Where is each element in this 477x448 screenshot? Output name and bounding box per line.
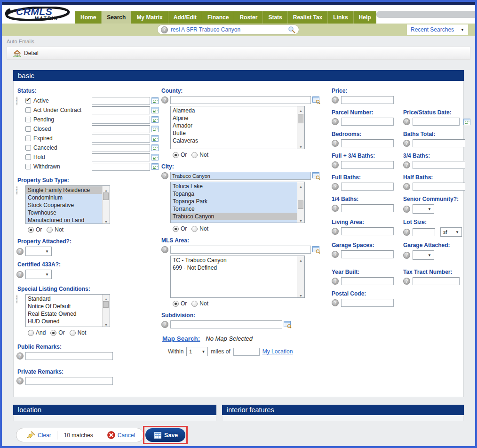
help-icon[interactable] bbox=[332, 299, 339, 306]
help-icon[interactable] bbox=[161, 96, 168, 104]
not-radio[interactable] bbox=[47, 227, 53, 233]
property-attached-select[interactable] bbox=[25, 247, 52, 256]
garage-spaces-input[interactable] bbox=[341, 250, 394, 258]
help-icon[interactable] bbox=[403, 278, 410, 285]
list-item[interactable]: Alameda bbox=[171, 107, 297, 114]
bedrooms-input[interactable] bbox=[341, 139, 394, 147]
crmls-matrix-logo[interactable]: CRMLS MATRIX bbox=[5, 5, 75, 24]
list-item[interactable]: Single Family Residence bbox=[26, 186, 102, 194]
act-under-contract-checkbox[interactable] bbox=[25, 107, 31, 113]
help-icon[interactable] bbox=[16, 186, 17, 195]
help-icon[interactable] bbox=[161, 321, 168, 328]
active-date-input[interactable] bbox=[92, 97, 150, 105]
help-icon[interactable] bbox=[332, 251, 339, 258]
withdrawn-date-input[interactable] bbox=[92, 163, 150, 171]
price-status-date-input[interactable] bbox=[413, 118, 460, 126]
list-item[interactable]: Torrance bbox=[171, 205, 297, 213]
help-icon[interactable] bbox=[332, 118, 339, 125]
not-radio[interactable] bbox=[70, 330, 76, 336]
help-icon[interactable] bbox=[332, 183, 339, 190]
help-icon[interactable] bbox=[403, 140, 410, 147]
baths-total-input[interactable] bbox=[413, 139, 465, 147]
matches-count[interactable]: 10 matches bbox=[57, 432, 100, 439]
help-icon[interactable] bbox=[16, 271, 24, 278]
certified-433a-select[interactable] bbox=[25, 270, 52, 279]
calendar-icon[interactable] bbox=[151, 107, 159, 113]
radius-address-input[interactable] bbox=[233, 348, 260, 356]
pending-date-input[interactable] bbox=[92, 116, 150, 124]
list-item[interactable]: Standard bbox=[26, 295, 102, 303]
garage-attached-select[interactable] bbox=[413, 250, 434, 260]
lot-size-input[interactable] bbox=[413, 228, 435, 236]
city-input[interactable] bbox=[170, 172, 311, 180]
calendar-icon[interactable] bbox=[463, 119, 470, 125]
speed-bar[interactable]: resi A SFR Trabuco Canyon bbox=[157, 24, 299, 35]
list-item[interactable]: TC - Trabuco Canyon bbox=[171, 256, 297, 264]
canceled-date-input[interactable] bbox=[92, 144, 150, 152]
scrollbar[interactable] bbox=[297, 106, 304, 149]
quarter-baths-input[interactable] bbox=[341, 204, 394, 212]
help-icon[interactable] bbox=[403, 252, 410, 259]
or-radio[interactable] bbox=[28, 227, 34, 233]
help-icon[interactable] bbox=[403, 183, 410, 190]
not-radio[interactable] bbox=[191, 226, 198, 232]
or-radio[interactable] bbox=[173, 301, 179, 307]
list-item[interactable]: Manufactured on Land bbox=[26, 216, 102, 224]
tab-home[interactable]: Home bbox=[75, 11, 101, 24]
hold-checkbox[interactable] bbox=[25, 154, 31, 160]
tab-links[interactable]: Links bbox=[327, 11, 353, 24]
help-icon[interactable] bbox=[16, 96, 17, 105]
year-built-input[interactable] bbox=[341, 277, 394, 285]
expired-date-input[interactable] bbox=[92, 135, 150, 143]
list-item[interactable]: Topanga Park bbox=[171, 198, 297, 205]
list-item[interactable]: Stock Cooperative bbox=[26, 201, 102, 209]
not-radio[interactable] bbox=[191, 301, 198, 307]
three-quarter-baths-input[interactable] bbox=[413, 161, 465, 169]
tab-roster[interactable]: Roster bbox=[234, 11, 262, 24]
list-item[interactable]: Calaveras bbox=[171, 137, 297, 144]
section-header-basic[interactable]: basic bbox=[13, 70, 464, 81]
or-radio[interactable] bbox=[173, 152, 179, 158]
scrollbar[interactable] bbox=[297, 182, 304, 223]
senior-community-select[interactable] bbox=[413, 204, 434, 214]
help-icon[interactable] bbox=[332, 96, 339, 104]
list-item[interactable]: Toluca Lake bbox=[171, 183, 297, 190]
closed-date-input[interactable] bbox=[92, 125, 150, 133]
price-input[interactable] bbox=[341, 96, 394, 104]
tax-tract-number-input[interactable] bbox=[413, 277, 460, 285]
calendar-icon[interactable] bbox=[151, 116, 159, 123]
list-item[interactable]: Alpine bbox=[171, 114, 297, 122]
list-item[interactable]: Townhouse bbox=[26, 209, 102, 216]
not-radio[interactable] bbox=[191, 152, 198, 158]
calendar-icon[interactable] bbox=[151, 154, 159, 160]
postal-code-input[interactable] bbox=[341, 299, 394, 307]
lookup-icon[interactable] bbox=[312, 246, 320, 254]
closed-checkbox[interactable] bbox=[25, 126, 31, 132]
scrollbar[interactable] bbox=[102, 186, 110, 224]
section-header-interior-features[interactable]: interior features bbox=[222, 405, 464, 415]
help-icon[interactable] bbox=[16, 295, 17, 304]
active-checkbox[interactable] bbox=[25, 98, 31, 104]
scrollbar[interactable] bbox=[102, 295, 110, 327]
canceled-checkbox[interactable] bbox=[25, 145, 31, 151]
help-icon[interactable] bbox=[161, 172, 168, 179]
list-item[interactable]: 699 - Not Defined bbox=[171, 264, 297, 272]
list-item[interactable]: Trabuco Canyon bbox=[171, 213, 297, 220]
help-icon[interactable] bbox=[403, 161, 410, 168]
public-remarks-input[interactable] bbox=[25, 352, 113, 360]
help-icon[interactable] bbox=[16, 377, 24, 384]
help-icon[interactable] bbox=[403, 118, 410, 125]
my-location-link[interactable]: My Location bbox=[262, 348, 293, 355]
calendar-icon[interactable] bbox=[151, 135, 159, 142]
and-radio[interactable] bbox=[28, 330, 34, 336]
full-plus-three-quarter-baths-input[interactable] bbox=[341, 161, 394, 169]
living-area-input[interactable] bbox=[341, 227, 394, 235]
tab-help[interactable]: Help bbox=[353, 11, 376, 24]
help-icon[interactable] bbox=[16, 248, 24, 255]
help-icon[interactable] bbox=[332, 205, 339, 212]
full-baths-input[interactable] bbox=[341, 183, 394, 191]
recent-searches-button[interactable]: Recent Searches bbox=[407, 24, 468, 35]
tab-my-matrix[interactable]: My Matrix bbox=[131, 11, 167, 24]
clear-button[interactable]: Clear bbox=[19, 431, 57, 439]
hold-date-input[interactable] bbox=[92, 153, 150, 161]
